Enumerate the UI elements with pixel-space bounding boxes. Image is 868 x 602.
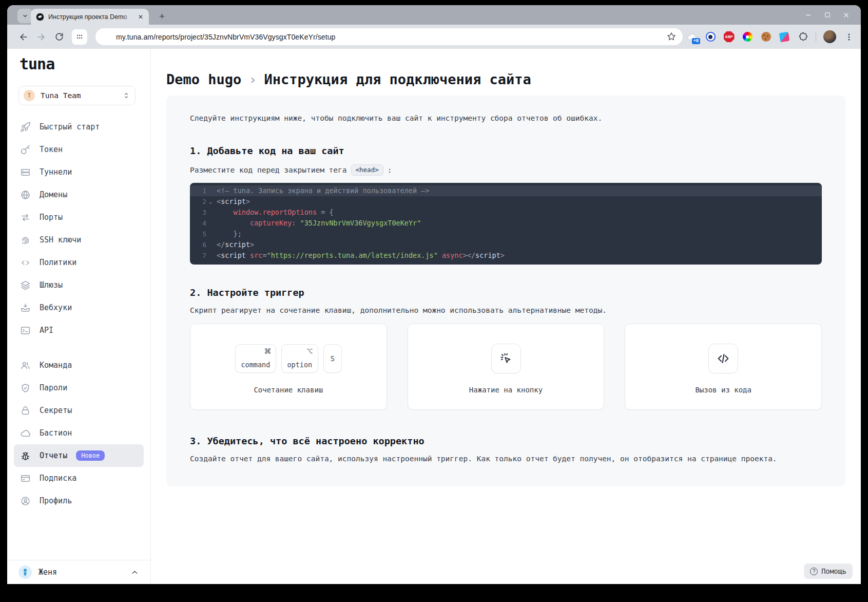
cookie-extension-icon[interactable] [760,31,771,43]
sidebar-item-quickstart[interactable]: Быстрый старт [14,116,144,138]
code-line: 3 window.reportOptions = { [190,207,822,218]
user-avatar [18,566,32,579]
code-line: 2⌄<script> [190,196,822,207]
cloud-icon [20,428,31,439]
step1-description: Разместите код перед закрытием тега <hea… [190,164,822,176]
nav-section-gap [7,342,150,354]
line-number: 5 [199,229,206,239]
breadcrumb-project-link[interactable]: Demo hugo [166,71,241,87]
trigger-card-code[interactable]: Вызов из кода [625,324,822,410]
tab-search-button[interactable] [17,9,32,23]
team-avatar: T [24,90,35,101]
trigger-caption: Вызов из кода [695,386,751,394]
chevron-up-icon[interactable] [130,568,139,577]
address-bar[interactable]: my.tuna.am/reports/project/35JznvNbrVmV3… [95,28,683,45]
sidebar-item-subscription[interactable]: Подписка [14,467,144,490]
site-info-chip[interactable] [72,29,87,45]
browser-window: Инструкция проекта Demo ✕ + my.tuna.am/r [7,5,861,584]
fingerprint-icon [20,235,31,246]
code-snippet: 1<!— tuna. Запись экрана и действий поль… [190,183,822,265]
sidebar-item-webhooks[interactable]: Вебхуки [14,296,144,319]
sidebar-item-policies[interactable]: Политики [14,251,144,274]
server-icon [20,167,31,178]
dots-grid-icon [76,33,83,41]
adblock-extension-icon[interactable]: ABP [723,31,735,43]
fold-chevron-icon[interactable]: ⌄ [207,196,214,207]
sidebar-footer[interactable]: Женя [7,560,150,584]
sidebar-item-ports[interactable]: Порты [14,206,144,229]
maximize-icon[interactable] [824,12,831,18]
trigger-card-button[interactable]: Нажатие на кнопку [408,324,605,410]
sidebar-item-label: SSH ключи [40,235,81,244]
sidebar-item-bastion[interactable]: Бастион [14,422,144,444]
step2-description: Скрипт реагирует на сочетание клавиш, до… [190,306,822,314]
sidebar-item-label: Команда [40,361,72,370]
sidebar-item-api[interactable]: API [14,319,144,342]
command-keycap: command [235,344,276,373]
users-icon [20,360,31,371]
tab-close-icon[interactable]: ✕ [137,13,145,21]
sidebar-item-token[interactable]: Токен [14,138,144,161]
close-icon[interactable] [843,12,850,18]
intro-text: Следуйте инструкциям ниже, чтобы подключ… [190,113,822,124]
sidebar-item-label: API [40,326,53,335]
browser-toolbar: my.tuna.am/reports/project/35JznvNbrVmV3… [7,25,861,49]
step1-title: 1. Добавьте код на ваш сайт [190,145,822,156]
sidebar: tuna T Tuna Team Быстрый стартТокенТунне… [7,49,151,584]
trigger-card-keyboard[interactable]: command option S [190,324,387,410]
colorwheel-extension-icon[interactable] [742,31,753,43]
sidebar-item-secrets[interactable]: Секреты [14,399,144,422]
chevron-up-down-icon [123,91,130,100]
window-controls [805,8,850,22]
sidebar-item-label: Подписка [40,474,76,483]
reading-extension-icon[interactable] [779,31,790,43]
chevron-down-icon [22,13,28,19]
extensions-puzzle-icon[interactable] [797,31,808,43]
password-manager-extension-icon[interactable] [705,31,716,43]
step3-description: Создайте отчет для вашего сайта, использ… [190,455,822,463]
code-line: 5 }; [190,229,822,239]
sidebar-item-label: Токен [40,145,63,154]
sidebar-item-domains[interactable]: Домены [14,183,144,206]
extensions-row: +8 ABP [686,25,855,49]
terminal-icon [20,325,31,336]
tuna-favicon-icon [36,13,44,21]
code-icon [20,257,31,268]
browser-profile-avatar[interactable] [823,30,836,43]
trigger-caption: Нажатие на кнопку [469,386,543,394]
line-number: 4 [199,218,206,229]
weather-extension-icon[interactable]: +8 [686,31,698,43]
tuna-app: tuna T Tuna Team Быстрый стартТокенТунне… [7,49,861,584]
sidebar-item-passwords[interactable]: Пароли [14,377,144,399]
extension-badge: +8 [692,38,700,44]
code-line: 6</script> [190,239,822,250]
rocket-icon [20,122,31,133]
bookmark-star-icon[interactable] [666,31,677,42]
new-tab-button[interactable]: + [155,9,169,23]
s-keycap: S [323,344,342,373]
sidebar-item-label: Профиль [40,496,72,505]
browser-menu-kebab-icon[interactable] [843,31,855,43]
sidebar-item-ssh-keys[interactable]: SSH ключи [14,229,144,251]
help-button[interactable]: ? Помощь [804,563,853,579]
team-selector[interactable]: T Tuna Team [18,86,136,105]
back-arrow-icon [18,32,29,42]
browser-tab[interactable]: Инструкция проекта Demo ✕ [31,9,149,25]
sidebar-item-tunnels[interactable]: Туннели [14,161,144,183]
step3-title: 3. Убедитесь, что всё настроено корректн… [190,436,822,446]
sidebar-item-label: Пароли [40,383,67,392]
sidebar-item-reports[interactable]: ОтчетыНовое [14,444,144,467]
sidebar-item-gateways[interactable]: Шлюзы [14,274,144,296]
code-line: 7<script src="https://reports.tuna.am/la… [190,250,822,261]
sidebar-item-label: Быстрый старт [40,122,100,131]
forward-button[interactable] [34,30,48,44]
cursor-click-icon [491,344,521,373]
main-content: Demo hugo›Инструкция для подключения сай… [151,49,861,584]
setup-instructions-panel: Следуйте инструкциям ниже, чтобы подключ… [166,96,845,486]
minimize-icon[interactable] [805,12,812,18]
reload-button[interactable] [52,30,66,44]
sidebar-item-team[interactable]: Команда [14,354,144,377]
code-call-icon [708,344,738,373]
back-button[interactable] [16,30,30,44]
sidebar-item-profile[interactable]: Профиль [14,490,144,512]
